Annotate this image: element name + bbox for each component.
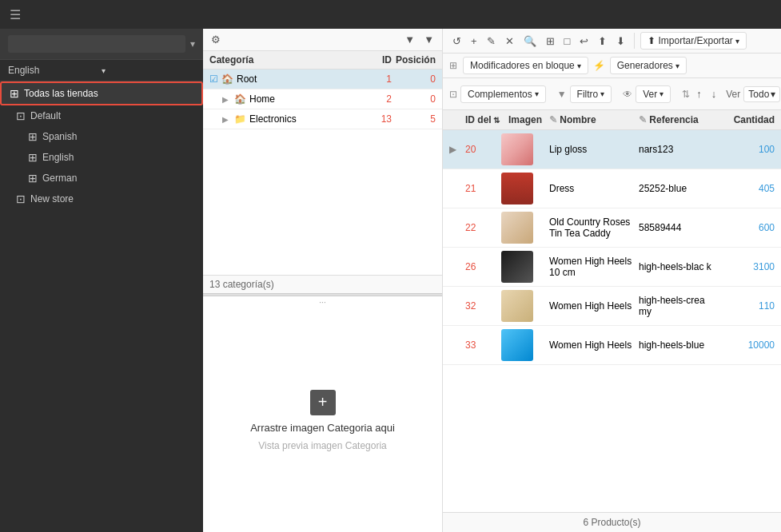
product-row-32[interactable]: 32 Women High Heels high-heels-crea my 1… <box>443 287 781 326</box>
product-id: 32 <box>465 300 501 312</box>
product-row-20[interactable]: ▶ 20 Lip gloss nars123 100 <box>443 130 781 169</box>
sidebar-item-spanish[interactable]: ⊞ Spanish <box>0 126 203 147</box>
per-page-value: Todo <box>748 89 769 100</box>
top-toolbar: ☰ <box>0 0 781 29</box>
product-row-26[interactable]: 26 Women High Heels 10 cm high-heels-bla… <box>443 248 781 287</box>
store-icon: ⊞ <box>28 151 38 164</box>
pagination: Ver Todo ▾ por página Página |◀ ◀ ▶ ▶| d… <box>726 81 781 106</box>
sort-asc-icon[interactable]: ↑ <box>693 86 705 101</box>
sort-icon-id[interactable]: ⇅ <box>493 116 500 125</box>
add-icon[interactable]: + <box>468 34 480 49</box>
edit-icon[interactable]: ✎ <box>484 34 499 49</box>
up-icon[interactable]: ⬆ <box>595 34 610 49</box>
category-footer: 13 categoría(s) <box>203 275 442 293</box>
sidebar-language-selector[interactable]: English ▾ <box>0 60 203 81</box>
category-row-home[interactable]: ▶ 🏠 Home 2 0 <box>203 89 442 109</box>
delete-icon[interactable]: ✕ <box>502 34 517 49</box>
products-table: ID del ⇅ Imagen ✎ Nombre ✎ Referencia Ca… <box>443 110 781 512</box>
modificadores-button[interactable]: Modificadores en bloque ▾ <box>463 57 588 74</box>
filter2-icon[interactable]: ▼ <box>420 32 437 47</box>
search-icon[interactable]: 🔍 <box>520 34 540 49</box>
product-thumbnail <box>501 212 549 244</box>
dots-indicator: ··· <box>203 296 442 308</box>
products-toolbar2: ⊞ Modificadores en bloque ▾ ⚡ Generadore… <box>443 54 781 78</box>
category-panel: ⚙ ▼ ▼ Categoría ID Posición ☑ 🏠 Root 1 0 <box>203 29 443 532</box>
category-id: 2 <box>360 93 392 105</box>
thumb-heels-black <box>501 251 533 283</box>
category-pos: 0 <box>392 93 436 105</box>
products-toolbar1: ↺ + ✎ ✕ 🔍 ⊞ □ ↩ ⬆ ⬇ ⬆ Importar/Exportar … <box>443 29 781 54</box>
complementos-button[interactable]: Complementos ▾ <box>460 85 546 103</box>
expand-chevron[interactable]: ▶ <box>222 95 229 104</box>
duplicate-icon[interactable]: □ <box>561 34 574 49</box>
sidebar-language-label: English <box>8 65 102 76</box>
modificadores-chevron: ▾ <box>577 62 581 70</box>
grid-icon: ⊞ <box>449 60 457 71</box>
copy-icon[interactable]: ⊞ <box>543 34 558 49</box>
generadores-chevron: ▾ <box>675 62 679 70</box>
folder-icon: 🏠 <box>234 93 246 105</box>
product-quantity: 600 <box>719 222 775 233</box>
product-id: 20 <box>465 144 501 155</box>
header-nombre: ✎ Nombre <box>549 114 639 125</box>
product-id: 26 <box>465 261 501 272</box>
refresh-icon[interactable]: ↺ <box>449 34 464 49</box>
sidebar-item-label: Default <box>30 110 61 121</box>
sidebar-item-default[interactable]: ⊡ Default <box>0 105 203 126</box>
sidebar-item-german[interactable]: ⊞ German <box>0 168 203 189</box>
product-count: 6 Producto(s) <box>583 517 640 528</box>
filter-icon[interactable]: ▼ <box>401 32 418 47</box>
product-row-22[interactable]: 22 Old Country Roses Tin Tea Caddy 58589… <box>443 208 781 248</box>
expand-chevron[interactable]: ▶ <box>222 115 229 124</box>
sidebar-item-label: German <box>42 173 77 184</box>
generadores-label: Generadores <box>617 60 673 71</box>
ver-button[interactable]: Ver ▾ <box>636 85 671 103</box>
category-row-root[interactable]: ☑ 🏠 Root 1 0 <box>203 69 442 89</box>
product-row-33[interactable]: 33 Women High Heels high-heels-blue 1000… <box>443 326 781 365</box>
down-icon[interactable]: ⬇ <box>613 34 628 49</box>
filtro-button[interactable]: Filtro ▾ <box>570 85 612 103</box>
product-reference: 58589444 <box>639 222 719 233</box>
product-quantity: 110 <box>719 300 775 312</box>
product-id: 22 <box>465 222 501 233</box>
header-id-label: ID del <box>465 114 492 125</box>
filter-icon2: ▼ <box>557 89 567 100</box>
sidebar-item-english[interactable]: ⊞ English <box>0 147 203 168</box>
sidebar-item-todas-tiendas[interactable]: ⊞ Todas las tiendas <box>0 81 203 105</box>
thumb-heels-cream <box>501 290 533 322</box>
arrow-icon[interactable]: ↩ <box>576 34 592 49</box>
sidebar-header: ▾ <box>0 29 203 60</box>
generadores-button[interactable]: Generadores ▾ <box>610 57 687 74</box>
category-row-electronics[interactable]: ▶ 📁 Electronics 13 5 <box>203 109 442 129</box>
complementos-label: Complementos <box>468 89 532 100</box>
separator1 <box>634 33 635 49</box>
sort-desc-icon[interactable]: ↓ <box>708 86 720 101</box>
product-thumbnail <box>501 173 549 204</box>
category-name: Root <box>237 73 257 85</box>
import-export-icon: ⬆ <box>648 35 655 46</box>
product-row-21[interactable]: 21 Dress 25252-blue 405 <box>443 169 781 208</box>
sidebar-item-label: English <box>42 152 74 163</box>
per-page-selector[interactable]: Todo ▾ <box>743 86 780 102</box>
settings-icon[interactable]: ⚙ <box>208 32 224 47</box>
header-imagen: Imagen <box>501 114 549 125</box>
hamburger-icon[interactable]: ☰ <box>6 6 24 24</box>
root-icon: 🏠 <box>221 73 233 85</box>
import-export-button[interactable]: ⬆ Importar/Exportar ▾ <box>640 32 746 50</box>
thumb-lipgloss <box>501 133 533 165</box>
sort-icon: ⇅ <box>682 89 690 100</box>
category-table-header: Categoría ID Posición <box>203 51 442 69</box>
image-drop-area[interactable]: + Arrastre imagen Categoria aqui Vista p… <box>203 308 442 532</box>
home-icon: ⊡ <box>16 109 26 122</box>
upload-icon: + <box>310 390 336 415</box>
sidebar-search[interactable] <box>8 35 185 53</box>
checkbox-icon[interactable]: ☑ <box>209 73 218 85</box>
product-quantity: 3100 <box>719 261 775 272</box>
sidebar-item-new-store[interactable]: ⊡ New store <box>0 189 203 209</box>
filtro-chevron: ▾ <box>600 89 604 98</box>
product-quantity: 100 <box>719 144 775 155</box>
store-icon: ⊞ <box>28 172 38 185</box>
thumb-teacaddy <box>501 212 533 244</box>
product-name: Women High Heels <box>549 339 639 351</box>
header-categoria: Categoría <box>209 54 360 66</box>
